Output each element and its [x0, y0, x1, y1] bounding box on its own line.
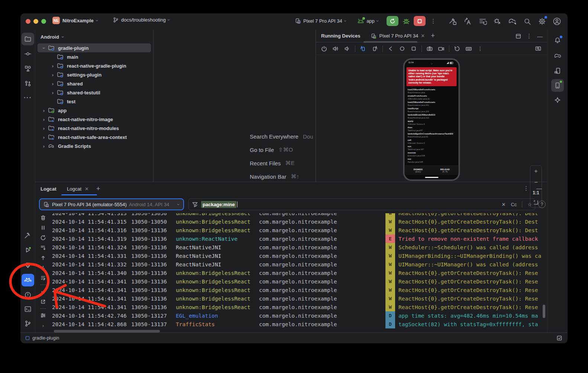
- gradle-tool-button[interactable]: [551, 50, 564, 62]
- snapshot-restore-icon[interactable]: [453, 45, 461, 52]
- chevron-right-icon[interactable]: ›: [49, 81, 57, 87]
- minimize-window-button[interactable]: [33, 19, 38, 24]
- tree-item-react-native-nitro-modules[interactable]: ›react-native-nitro-modules: [38, 124, 151, 133]
- chevron-right-icon[interactable]: ›: [49, 90, 57, 95]
- stop-button[interactable]: [414, 16, 426, 26]
- app-quality-insights-tool-button[interactable]: [22, 259, 34, 272]
- virtual-keyboard-icon[interactable]: [465, 45, 472, 52]
- add-logcat-tab-icon[interactable]: +: [96, 185, 100, 193]
- resource-manager-tool-button[interactable]: [22, 62, 34, 75]
- chevron-down-icon[interactable]: ›: [61, 36, 65, 38]
- rerun-button[interactable]: [387, 16, 398, 26]
- next-occurrence-icon[interactable]: [40, 265, 46, 271]
- tree-item-test[interactable]: test: [38, 97, 151, 106]
- code-analysis-icon[interactable]: [463, 17, 472, 26]
- notifications-tool-button[interactable]: [551, 34, 564, 47]
- home-button-icon[interactable]: [398, 45, 406, 52]
- chevron-right-icon[interactable]: ›: [40, 134, 48, 140]
- log-row[interactable]: 2024-10-14 11:54:41.31513050-13050unknow…: [52, 217, 543, 226]
- tree-item-shared-testutil[interactable]: ›shared-testutil: [38, 88, 151, 97]
- log-row[interactable]: 2024-10-14 11:54:41.34113050-13136unknow…: [52, 303, 543, 311]
- reload-button[interactable]: RELOAD(R, R): [432, 166, 459, 175]
- recents-button-icon[interactable]: [410, 45, 417, 52]
- chevron-down-icon[interactable]: ›: [41, 44, 47, 52]
- volume-up-icon[interactable]: [332, 45, 339, 52]
- screen-record-icon[interactable]: [437, 45, 445, 52]
- rotate-left-icon[interactable]: [359, 45, 367, 52]
- status-right-icon[interactable]: [556, 335, 562, 341]
- screenshot-icon[interactable]: [426, 45, 433, 52]
- log-row[interactable]: 2024-10-14 11:54:42.86813050-13137Traffi…: [52, 320, 543, 328]
- search-everywhere-icon[interactable]: [523, 17, 532, 26]
- log-row[interactable]: 2024-10-14 11:54:42.74613050-13127EGL_em…: [52, 311, 543, 320]
- clear-filter-icon[interactable]: ✕: [502, 202, 506, 207]
- scroll-to-end-icon[interactable]: [40, 244, 46, 251]
- log-row[interactable]: 2024-10-14 11:54:41.31313050-13050unknow…: [52, 213, 543, 217]
- soft-wrap-icon[interactable]: [40, 275, 46, 281]
- commit-tool-button[interactable]: [22, 48, 34, 60]
- more-emulator-options-icon[interactable]: ⋮: [476, 45, 484, 52]
- more-tools-button[interactable]: ···: [22, 91, 34, 104]
- more-options-icon[interactable]: ⋮: [526, 33, 532, 39]
- run-tool-button[interactable]: [22, 244, 34, 256]
- chevron-right-icon[interactable]: ›: [40, 126, 48, 131]
- favorite-filter-icon[interactable]: ☆: [527, 202, 532, 207]
- back-button-icon[interactable]: [387, 45, 394, 52]
- tree-item-react-native-gradle-plugin[interactable]: ›react-native-gradle-plugin: [38, 61, 151, 70]
- more-options-icon[interactable]: ⋮: [523, 185, 529, 192]
- log-row[interactable]: 2024-10-14 11:54:41.33113050-13136ReactN…: [52, 252, 543, 260]
- log-row[interactable]: 2024-10-14 11:54:41.34113050-13136unknow…: [52, 277, 543, 286]
- terminal-tool-button[interactable]: [22, 303, 34, 315]
- history-list-icon[interactable]: [478, 17, 487, 26]
- log-row[interactable]: 2024-10-14 11:54:41.33213050-13136ReactN…: [52, 260, 543, 269]
- rotate-right-icon[interactable]: [371, 45, 378, 52]
- device-mirroring-settings-icon[interactable]: [534, 45, 542, 52]
- chevron-right-icon[interactable]: ›: [40, 108, 48, 113]
- vertical-scrollbar[interactable]: [543, 305, 545, 318]
- close-window-button[interactable]: [26, 19, 30, 24]
- chevron-right-icon[interactable]: ›: [49, 63, 57, 69]
- horizontal-scrollbar[interactable]: [54, 330, 160, 333]
- dismiss-button[interactable]: DISMISS(ESC): [405, 166, 432, 175]
- gradle-sync-icon[interactable]: [508, 17, 517, 26]
- tree-item-gradle-plugin[interactable]: ›gradle-plugin: [38, 43, 151, 52]
- vcs-branch-widget[interactable]: docs/troubleshooting ›: [113, 17, 169, 23]
- log-row[interactable]: 2024-10-14 11:54:41.32413050-13136ReactN…: [52, 243, 543, 252]
- close-tab-icon[interactable]: ✕: [85, 186, 89, 192]
- logcat-tool-button[interactable]: [22, 274, 34, 286]
- device-manager-tool-button[interactable]: [551, 65, 564, 77]
- layout-options-icon[interactable]: [516, 33, 521, 39]
- tree-item-settings-plugin[interactable]: ›settings-plugin: [38, 70, 151, 79]
- pause-logcat-icon[interactable]: [40, 224, 46, 231]
- logcat-settings-icon[interactable]: [40, 312, 46, 319]
- log-row[interactable]: 2024-10-14 11:54:41.34113050-13136unknow…: [52, 294, 543, 303]
- run-configuration-selector[interactable]: app ›: [357, 18, 378, 24]
- zoom-in-icon[interactable]: +: [534, 168, 537, 175]
- more-actions-icon[interactable]: ⋮: [429, 16, 438, 26]
- add-device-tab-icon[interactable]: +: [431, 32, 435, 40]
- restart-logcat-icon[interactable]: [40, 234, 46, 241]
- chevron-right-icon[interactable]: ›: [49, 72, 57, 78]
- log-row[interactable]: 2024-10-14 11:54:41.34113050-13136unknow…: [52, 286, 543, 294]
- log-row[interactable]: 2024-10-14 11:54:41.34013050-13136unknow…: [52, 269, 543, 277]
- tree-item-app[interactable]: ›app: [38, 106, 151, 115]
- chevron-right-icon[interactable]: ›: [40, 143, 48, 149]
- tree-item-gradle-scripts[interactable]: ›Gradle Scripts: [38, 142, 151, 150]
- more-toolbar-icon[interactable]: ›: [40, 322, 46, 329]
- export-logs-icon[interactable]: [40, 298, 46, 305]
- maximize-window-button[interactable]: [41, 19, 46, 24]
- match-case-toggle[interactable]: Cc: [511, 202, 517, 207]
- status-module-name[interactable]: gradle-plugin: [32, 335, 59, 341]
- hide-panel-icon[interactable]: —: [536, 185, 542, 192]
- logcat-tab[interactable]: Logcat ✕: [67, 186, 89, 192]
- logcat-device-selector[interactable]: Pixel 7 Pro API 34 (emulator-5554) Andro…: [39, 198, 184, 210]
- chevron-down-icon[interactable]: ›: [174, 199, 183, 210]
- account-icon[interactable]: [552, 17, 562, 26]
- close-tab-icon[interactable]: ✕: [421, 33, 425, 39]
- tree-item-shared[interactable]: ›shared: [38, 79, 151, 88]
- previous-occurrence-icon[interactable]: [40, 254, 46, 261]
- log-row[interactable]: 2024-10-14 11:54:41.31913050-13136unknow…: [52, 234, 543, 243]
- emulator-screen[interactable]: 11:54 Unable to load script. Make sure y…: [403, 58, 460, 181]
- project-view-mode[interactable]: Android: [41, 34, 59, 40]
- tree-item-react-native-nitro-image[interactable]: ›react-native-nitro-image: [38, 115, 151, 124]
